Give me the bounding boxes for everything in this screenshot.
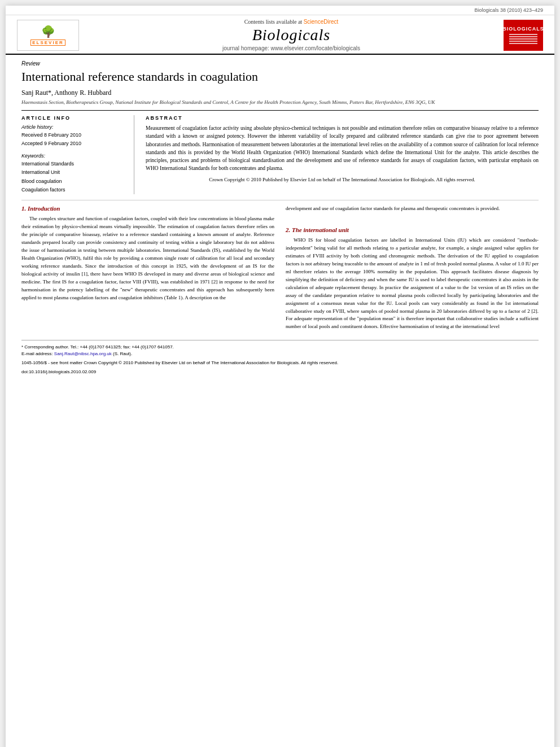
article-info-left: ARTICLE INFO Article history: Received 8… bbox=[21, 115, 134, 194]
contents-label: Contents lists available at bbox=[244, 19, 302, 25]
main-col-right: development and use of coagulation facto… bbox=[286, 205, 539, 334]
journal-homepage: journal homepage: www.elsevier.com/locat… bbox=[79, 45, 504, 51]
journal-header: 🌳 ELSEVIER Contents lists available at S… bbox=[6, 15, 554, 55]
received-date: Received 8 February 2010 bbox=[21, 131, 126, 139]
tree-icon: 🌳 bbox=[41, 25, 55, 38]
section2-heading: 2. The international unit bbox=[286, 226, 539, 233]
main-columns: 1. Introduction The complex structure an… bbox=[21, 205, 539, 334]
sciencedirect-link[interactable]: ScienceDirect bbox=[304, 19, 339, 25]
article-info-title: ARTICLE INFO bbox=[21, 115, 126, 121]
abstract-section: ABSTRACT Measurement of coagulation fact… bbox=[146, 115, 539, 194]
top-reference-bar: Biologicals 38 (2010) 423–429 bbox=[6, 6, 554, 15]
article-title: International reference standards in coa… bbox=[21, 69, 539, 85]
journal-header-center: Contents lists available at ScienceDirec… bbox=[79, 19, 504, 51]
section2-body: WHO IS for blood coagulation factors are… bbox=[286, 237, 539, 331]
authors: Sanj Raut*, Anthony R. Hubbard bbox=[21, 89, 539, 97]
footer-section: * Corresponding author. Tel.: +44 (0)170… bbox=[21, 340, 539, 375]
article-page: Biologicals 38 (2010) 423–429 🌳 ELSEVIER… bbox=[6, 6, 554, 747]
accepted-date: Accepted 9 February 2010 bbox=[21, 139, 126, 147]
section1-para1: The complex structure and function of co… bbox=[21, 215, 274, 302]
affiliation: Haemostasis Section, Biotherapeutics Gro… bbox=[21, 99, 539, 106]
keyword-1: International Standards bbox=[21, 160, 126, 168]
badge-line-1 bbox=[509, 34, 537, 35]
section1-continuation: development and use of coagulation facto… bbox=[286, 205, 539, 213]
badge-title: BIOLOGICALS bbox=[502, 26, 544, 32]
badge-line-5 bbox=[509, 43, 537, 44]
article-info-section: ARTICLE INFO Article history: Received 8… bbox=[21, 110, 539, 194]
email-link[interactable]: Sanj.Raut@nibsc.hpa.org.uk bbox=[54, 351, 112, 356]
badge-line-3 bbox=[509, 38, 537, 40]
keyword-2: International Unit bbox=[21, 168, 126, 177]
abstract-title: ABSTRACT bbox=[146, 115, 539, 121]
biologicals-badge: BIOLOGICALS bbox=[504, 20, 543, 51]
keywords-section: Keywords: International Standards Intern… bbox=[21, 153, 126, 194]
badge-line-4 bbox=[509, 41, 537, 42]
email-note: E-mail address: Sanj.Raut@nibsc.hpa.org.… bbox=[21, 351, 539, 357]
keywords-label: Keywords: bbox=[21, 153, 126, 159]
keyword-3: Blood coagulation bbox=[21, 177, 126, 186]
section1-cont-para: development and use of coagulation facto… bbox=[286, 205, 539, 213]
badge-lines bbox=[509, 34, 537, 44]
badge-line-2 bbox=[509, 36, 537, 37]
journal-name: Biologicals bbox=[79, 26, 504, 44]
article-content: Review International reference standards… bbox=[6, 55, 554, 381]
main-col-left: 1. Introduction The complex structure an… bbox=[21, 205, 274, 334]
section-label: Review bbox=[21, 60, 539, 67]
sciencedirect-line: Contents lists available at ScienceDirec… bbox=[79, 19, 504, 25]
abstract-text: Measurement of coagulation factor activi… bbox=[146, 124, 539, 173]
abstract-copyright: Crown Copyright © 2010 Published by Else… bbox=[146, 176, 539, 184]
doi: doi:10.1016/j.biologicals.2010.02.009 bbox=[21, 369, 539, 375]
section1-body: The complex structure and function of co… bbox=[21, 215, 274, 302]
section-divider bbox=[21, 200, 539, 200]
journal-reference: Biologicals 38 (2010) 423–429 bbox=[474, 7, 543, 13]
elsevier-logo: 🌳 ELSEVIER bbox=[17, 20, 79, 51]
elsevier-brand: ELSEVIER bbox=[30, 40, 65, 46]
section2-para1: WHO IS for blood coagulation factors are… bbox=[286, 237, 539, 331]
bottom-copyright: 1045-1056/$ - see front matter Crown Cop… bbox=[21, 360, 539, 366]
history-label: Article history: bbox=[21, 124, 126, 130]
section1-heading: 1. Introduction bbox=[21, 205, 274, 212]
corresponding-author-note: * Corresponding author. Tel.: +44 (0)170… bbox=[21, 344, 539, 351]
keyword-4: Coagulation factors bbox=[21, 186, 126, 194]
